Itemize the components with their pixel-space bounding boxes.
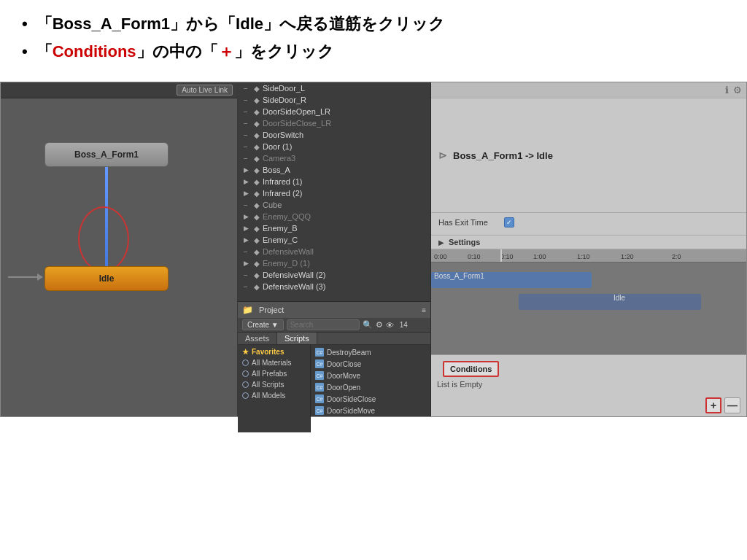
tick-1: 0:10 xyxy=(468,253,481,260)
file-icon: ◆ xyxy=(254,213,260,221)
create-button[interactable]: Create ▼ xyxy=(242,319,284,330)
folder-icon: 📁 xyxy=(242,305,253,315)
project-search-bar: Create ▼ 🔍 ⚙ 👁 14 xyxy=(238,318,430,332)
expand-arrow[interactable]: ▶ xyxy=(244,178,251,185)
fav-all-models[interactable]: All Models xyxy=(238,390,310,401)
search-circle-icon xyxy=(242,359,249,366)
list-item[interactable]: – ◆ Camera3 xyxy=(238,152,430,164)
list-item[interactable]: – ◆ DoorSideClose_LR xyxy=(238,117,430,129)
list-item[interactable]: – ◆ DefensiveWall (2) xyxy=(238,269,430,281)
assets-tab[interactable]: Assets xyxy=(238,332,277,344)
expand-arrow[interactable]: ▶ xyxy=(244,260,251,267)
transition-oval xyxy=(78,206,129,272)
conditions-highlight: Conditions xyxy=(53,42,136,61)
plus-button[interactable]: + xyxy=(705,397,721,413)
track-boss: Boss_A_Form1 xyxy=(431,270,746,290)
settings-expand-arrow[interactable]: ▶ xyxy=(438,238,444,246)
boss-bar: Boss_A_Form1 xyxy=(431,272,592,288)
minus-button[interactable]: — xyxy=(724,397,740,413)
file-icon: ◆ xyxy=(254,236,260,244)
settings-row[interactable]: ▶ Settings xyxy=(431,236,746,249)
list-item[interactable]: ▶ ◆ Boss_A xyxy=(238,164,430,176)
hierarchy-panel: – ◆ SideDoor_L – ◆ SideDoor_R – ◆ DoorSi… xyxy=(238,82,431,416)
no-expand: – xyxy=(244,271,251,279)
list-item-cube[interactable]: – ◆ Cube xyxy=(238,199,430,211)
conditions-body: List is Empty xyxy=(431,377,746,394)
filter-icon[interactable]: ⚙ xyxy=(376,320,383,330)
list-item[interactable]: ▶ ◆ Infrared (1) xyxy=(238,176,430,187)
script-icon: C# xyxy=(315,359,324,368)
cube-label: Cube xyxy=(263,201,282,209)
fav-all-materials[interactable]: All Materials xyxy=(238,357,310,368)
list-item[interactable]: – ◆ SideDoor_R xyxy=(238,94,430,106)
info-icon[interactable]: ℹ xyxy=(725,85,729,96)
expand-arrow[interactable]: ▶ xyxy=(244,190,251,197)
project-search-input[interactable] xyxy=(287,319,360,330)
file-icon: ◆ xyxy=(254,131,260,139)
script-item[interactable]: C# DoorSideClose xyxy=(314,393,427,405)
timeline-playhead[interactable] xyxy=(500,249,502,262)
expand-arrow[interactable]: ▶ xyxy=(244,225,251,232)
script-icon: C# xyxy=(315,406,324,415)
search-circle-icon xyxy=(242,370,249,377)
list-item[interactable]: – ◆ DoorSwitch xyxy=(238,129,430,141)
entry-arrow-head xyxy=(37,273,43,281)
has-exit-time-checkbox[interactable]: ✓ xyxy=(504,217,514,228)
list-item[interactable]: – ◆ DefensiveWall (3) xyxy=(238,281,430,292)
list-item[interactable]: – ◆ Door (1) xyxy=(238,141,430,152)
fav-all-scripts[interactable]: All Scripts xyxy=(238,379,310,390)
list-item[interactable]: ▶ ◆ Enemy_B xyxy=(238,222,430,234)
no-expand: – xyxy=(244,248,251,255)
list-item[interactable]: ▶ ◆ Enemy_C xyxy=(238,234,430,246)
file-icon: ◆ xyxy=(254,248,260,256)
script-item[interactable]: C# DestroyBeam xyxy=(314,346,427,358)
project-count-badge: ≡ xyxy=(422,306,426,314)
script-item[interactable]: C# DoorClose xyxy=(314,358,427,370)
gear-icon[interactable]: ⚙ xyxy=(733,85,742,96)
no-expand: – xyxy=(244,201,251,209)
no-expand: – xyxy=(244,155,251,162)
list-item[interactable]: – ◆ DefensiveWall xyxy=(238,246,430,257)
file-icon: ◆ xyxy=(254,201,260,209)
animator-toolbar: Auto Live Link xyxy=(1,82,237,98)
script-item[interactable]: C# DoorOpen xyxy=(314,381,427,393)
script-item[interactable]: C# DoorMove xyxy=(314,370,427,381)
no-expand: – xyxy=(244,143,251,150)
script-item[interactable]: C# DoorSideMove xyxy=(314,405,427,416)
eye-icon[interactable]: 👁 xyxy=(386,321,394,330)
file-icon: ◆ xyxy=(254,283,260,291)
timeline-content: Boss_A_Form1 Idle xyxy=(431,262,746,319)
file-icon: ◆ xyxy=(254,85,260,93)
scripts-section: C# DestroyBeam C# DoorClose C# DoorMove … xyxy=(311,345,430,432)
no-expand: – xyxy=(244,108,251,115)
state-idle-node[interactable]: Idle xyxy=(44,266,169,291)
script-icon: C# xyxy=(315,383,324,392)
auto-live-link-button[interactable]: Auto Live Link xyxy=(177,85,233,96)
file-icon: ◆ xyxy=(254,260,260,268)
list-item[interactable]: – ◆ DoorSideOpen_LR xyxy=(238,106,430,117)
idle-bar: Idle xyxy=(519,294,701,310)
list-item[interactable]: ▶ ◆ Enemy_D (1) xyxy=(238,257,430,269)
list-empty-label: List is Empty xyxy=(437,380,482,389)
file-icon: ◆ xyxy=(254,225,260,233)
has-exit-time-label: Has Exit Time xyxy=(438,218,504,227)
list-item[interactable]: ▶ ◆ Infrared (2) xyxy=(238,187,430,199)
file-icon: ◆ xyxy=(254,271,260,279)
search-icon[interactable]: 🔍 xyxy=(363,320,373,330)
list-item[interactable]: ▶ ◆ Enemy_QQQ xyxy=(238,211,430,222)
hierarchy-list: – ◆ SideDoor_L – ◆ SideDoor_R – ◆ DoorSi… xyxy=(238,82,430,301)
state-boss-node[interactable]: Boss_A_Form1 xyxy=(44,142,169,167)
expand-arrow[interactable]: ▶ xyxy=(244,166,251,174)
no-expand: – xyxy=(244,96,251,104)
list-item[interactable]: – ◆ SideDoor_L xyxy=(238,82,430,94)
screenshot-area: Auto Live Link Boss_A_Form1 Idle xyxy=(0,82,747,417)
expand-arrow[interactable]: ▶ xyxy=(244,236,251,244)
fav-all-prefabs[interactable]: All Prefabs xyxy=(238,368,310,379)
scripts-tab[interactable]: Scripts xyxy=(277,332,317,344)
file-icon: ◆ xyxy=(254,178,260,186)
file-icon: ◆ xyxy=(254,96,260,104)
expand-arrow[interactable]: ▶ xyxy=(244,213,251,220)
favorites-header: ★ Favorites xyxy=(238,346,310,357)
no-expand: – xyxy=(244,85,251,92)
conditions-header[interactable]: Conditions xyxy=(443,361,499,377)
